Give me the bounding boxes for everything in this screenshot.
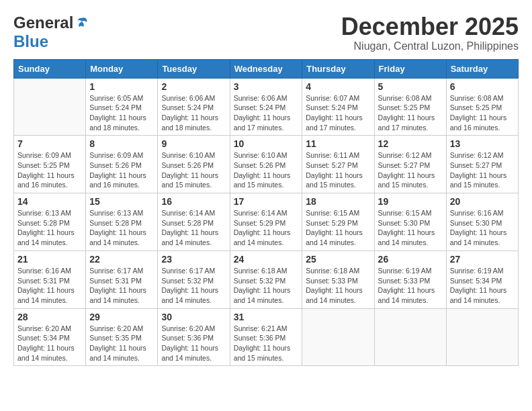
day-number: 3 bbox=[234, 81, 299, 92]
calendar-cell: 7Sunrise: 6:09 AMSunset: 5:25 PMDaylight… bbox=[14, 136, 86, 193]
info-line: Sunrise: 6:05 AM bbox=[89, 94, 143, 102]
day-number: 10 bbox=[234, 138, 299, 149]
day-number: 20 bbox=[450, 196, 515, 207]
day-info: Sunrise: 6:11 AMSunset: 5:27 PMDaylight:… bbox=[306, 150, 370, 190]
info-line: Daylight: 11 hours bbox=[306, 171, 363, 179]
info-line: Daylight: 11 hours bbox=[89, 171, 146, 179]
info-line: Daylight: 11 hours bbox=[234, 171, 291, 179]
info-line: Sunset: 5:27 PM bbox=[378, 161, 431, 169]
calendar-cell: 27Sunrise: 6:19 AMSunset: 5:34 PMDayligh… bbox=[446, 250, 518, 308]
day-info: Sunrise: 6:12 AMSunset: 5:27 PMDaylight:… bbox=[450, 150, 515, 190]
info-line: Daylight: 11 hours bbox=[161, 113, 218, 122]
info-line: Daylight: 11 hours bbox=[17, 228, 75, 236]
info-line: Sunrise: 6:17 AM bbox=[161, 267, 215, 275]
calendar-week-row: 28Sunrise: 6:20 AMSunset: 5:34 PMDayligh… bbox=[14, 308, 519, 366]
calendar-cell: 22Sunrise: 6:17 AMSunset: 5:31 PMDayligh… bbox=[86, 250, 158, 308]
info-line: and 15 minutes. bbox=[450, 181, 500, 189]
calendar-cell: 20Sunrise: 6:16 AMSunset: 5:30 PMDayligh… bbox=[446, 193, 518, 251]
calendar-cell bbox=[374, 308, 446, 366]
info-line: and 15 minutes. bbox=[234, 354, 284, 362]
info-line: Sunset: 5:30 PM bbox=[378, 219, 431, 227]
day-number: 8 bbox=[89, 138, 154, 149]
info-line: and 16 minutes. bbox=[89, 181, 140, 189]
info-line: and 14 minutes. bbox=[17, 296, 68, 304]
info-line: Daylight: 11 hours bbox=[450, 286, 507, 294]
info-line: Sunset: 5:33 PM bbox=[306, 277, 358, 285]
info-line: Sunrise: 6:19 AM bbox=[450, 267, 504, 275]
calendar-cell: 14Sunrise: 6:13 AMSunset: 5:28 PMDayligh… bbox=[14, 193, 86, 251]
calendar-cell: 17Sunrise: 6:14 AMSunset: 5:29 PMDayligh… bbox=[230, 193, 302, 251]
day-info: Sunrise: 6:08 AMSunset: 5:25 PMDaylight:… bbox=[450, 93, 515, 133]
calendar-cell: 21Sunrise: 6:16 AMSunset: 5:31 PMDayligh… bbox=[14, 250, 86, 308]
info-line: Sunset: 5:31 PM bbox=[89, 277, 142, 285]
info-line: Daylight: 11 hours bbox=[89, 344, 146, 352]
info-line: Sunrise: 6:14 AM bbox=[234, 209, 287, 217]
calendar-cell: 26Sunrise: 6:19 AMSunset: 5:33 PMDayligh… bbox=[374, 250, 446, 308]
info-line: Sunrise: 6:17 AM bbox=[89, 267, 143, 275]
info-line: Sunrise: 6:09 AM bbox=[17, 151, 71, 159]
info-line: and 14 minutes. bbox=[89, 238, 140, 246]
info-line: Sunset: 5:24 PM bbox=[234, 103, 286, 111]
info-line: Sunset: 5:24 PM bbox=[89, 103, 142, 111]
info-line: Sunset: 5:30 PM bbox=[450, 219, 502, 227]
day-info: Sunrise: 6:18 AMSunset: 5:32 PMDaylight:… bbox=[234, 266, 299, 306]
info-line: Sunset: 5:27 PM bbox=[450, 161, 502, 169]
info-line: Sunrise: 6:13 AM bbox=[89, 209, 143, 217]
info-line: Daylight: 11 hours bbox=[89, 228, 146, 236]
day-info: Sunrise: 6:17 AMSunset: 5:31 PMDaylight:… bbox=[89, 266, 154, 306]
day-info: Sunrise: 6:15 AMSunset: 5:29 PMDaylight:… bbox=[306, 208, 370, 248]
day-info: Sunrise: 6:06 AMSunset: 5:24 PMDaylight:… bbox=[161, 93, 226, 133]
day-info: Sunrise: 6:16 AMSunset: 5:31 PMDaylight:… bbox=[17, 266, 82, 306]
day-info: Sunrise: 6:09 AMSunset: 5:26 PMDaylight:… bbox=[89, 150, 154, 190]
info-line: Daylight: 11 hours bbox=[161, 171, 218, 179]
info-line: Sunrise: 6:07 AM bbox=[306, 94, 359, 102]
day-number: 1 bbox=[89, 81, 154, 92]
calendar-cell: 8Sunrise: 6:09 AMSunset: 5:26 PMDaylight… bbox=[86, 136, 158, 193]
info-line: and 16 minutes. bbox=[17, 181, 68, 189]
day-info: Sunrise: 6:10 AMSunset: 5:26 PMDaylight:… bbox=[161, 150, 226, 190]
calendar-cell: 30Sunrise: 6:20 AMSunset: 5:36 PMDayligh… bbox=[158, 308, 230, 366]
info-line: Sunrise: 6:18 AM bbox=[234, 267, 287, 275]
info-line: Sunset: 5:24 PM bbox=[306, 103, 358, 111]
calendar-cell: 5Sunrise: 6:08 AMSunset: 5:25 PMDaylight… bbox=[374, 78, 446, 136]
info-line: Daylight: 11 hours bbox=[234, 228, 291, 236]
info-line: Daylight: 11 hours bbox=[450, 228, 507, 236]
day-info: Sunrise: 6:06 AMSunset: 5:24 PMDaylight:… bbox=[234, 93, 299, 133]
calendar-cell: 25Sunrise: 6:18 AMSunset: 5:33 PMDayligh… bbox=[302, 250, 374, 308]
info-line: Sunset: 5:27 PM bbox=[306, 161, 358, 169]
day-info: Sunrise: 6:14 AMSunset: 5:28 PMDaylight:… bbox=[161, 208, 226, 248]
info-line: Sunset: 5:32 PM bbox=[234, 277, 286, 285]
info-line: Sunset: 5:25 PM bbox=[17, 161, 70, 169]
calendar-cell: 12Sunrise: 6:12 AMSunset: 5:27 PMDayligh… bbox=[374, 136, 446, 193]
calendar-cell: 24Sunrise: 6:18 AMSunset: 5:32 PMDayligh… bbox=[230, 250, 302, 308]
info-line: Daylight: 11 hours bbox=[161, 286, 218, 294]
info-line: Sunset: 5:36 PM bbox=[234, 334, 286, 342]
info-line: Sunrise: 6:15 AM bbox=[378, 209, 432, 217]
day-number: 7 bbox=[17, 138, 82, 149]
calendar-cell: 4Sunrise: 6:07 AMSunset: 5:24 PMDaylight… bbox=[302, 78, 374, 136]
day-info: Sunrise: 6:20 AMSunset: 5:36 PMDaylight:… bbox=[161, 324, 226, 363]
day-number: 19 bbox=[378, 196, 443, 207]
info-line: Sunrise: 6:20 AM bbox=[17, 324, 71, 332]
info-line: Sunset: 5:25 PM bbox=[450, 103, 502, 111]
info-line: Sunset: 5:36 PM bbox=[161, 334, 214, 342]
info-line: Daylight: 11 hours bbox=[306, 286, 363, 294]
info-line: and 14 minutes. bbox=[306, 238, 356, 246]
day-info: Sunrise: 6:20 AMSunset: 5:34 PMDaylight:… bbox=[17, 324, 82, 363]
day-number: 5 bbox=[378, 81, 443, 92]
day-number: 9 bbox=[161, 138, 226, 149]
info-line: and 14 minutes. bbox=[161, 296, 212, 304]
info-line: Sunset: 5:29 PM bbox=[234, 219, 286, 227]
info-line: Sunrise: 6:08 AM bbox=[378, 94, 432, 102]
calendar-cell bbox=[14, 78, 86, 136]
info-line: Daylight: 11 hours bbox=[161, 228, 218, 236]
info-line: Daylight: 11 hours bbox=[306, 228, 363, 236]
info-line: Sunset: 5:28 PM bbox=[161, 219, 214, 227]
info-line: Daylight: 11 hours bbox=[161, 344, 218, 352]
day-info: Sunrise: 6:21 AMSunset: 5:36 PMDaylight:… bbox=[234, 324, 299, 363]
info-line: and 14 minutes. bbox=[450, 238, 500, 246]
month-title: December 2025 bbox=[341, 13, 519, 40]
day-info: Sunrise: 6:12 AMSunset: 5:27 PMDaylight:… bbox=[378, 150, 443, 190]
info-line: Sunset: 5:24 PM bbox=[161, 103, 214, 111]
calendar-header-thursday: Thursday bbox=[302, 59, 374, 78]
